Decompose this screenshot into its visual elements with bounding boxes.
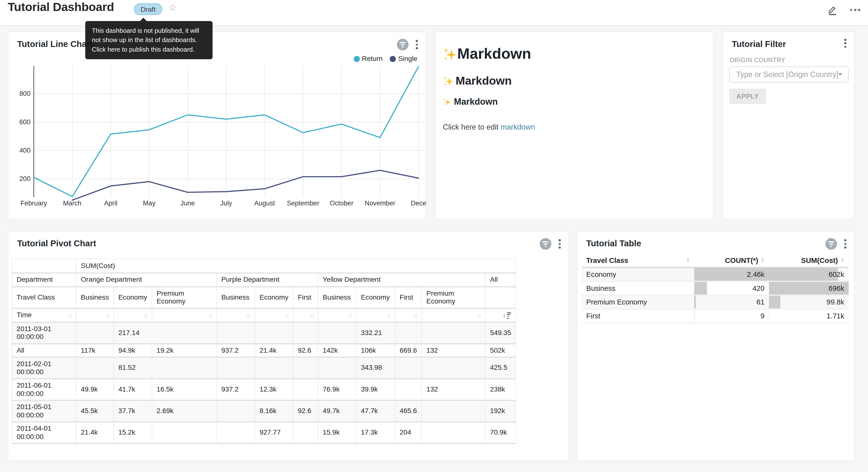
filter-indicator-icon[interactable]: [539, 238, 551, 250]
pivot-value-cell: 81.52: [114, 357, 152, 379]
filter-indicator-icon[interactable]: [826, 238, 837, 250]
pivot-chart-title: Tutorial Pivot Chart: [17, 239, 96, 249]
pivot-value-cell: [422, 422, 485, 443]
pivot-value-cell: [217, 422, 255, 443]
pivot-row-label: All: [12, 344, 76, 357]
pivot-sort-cell: ↓↑: [255, 308, 293, 322]
pivot-value-cell: 937.2: [217, 379, 255, 400]
sort-both-icon[interactable]: ↓↑: [246, 311, 250, 319]
kebab-menu-icon[interactable]: [557, 239, 563, 248]
pivot-value-cell: 238k: [485, 379, 516, 400]
pivot-value-cell: 425.5: [485, 357, 516, 379]
kebab-menu-icon[interactable]: [843, 239, 848, 248]
pivot-value-cell: [255, 357, 293, 379]
pivot-value-cell: [152, 357, 217, 379]
pivot-value-cell: [255, 322, 293, 344]
x-axis-tick-label: June: [181, 199, 195, 207]
pivot-sort-cell: ↓↑: [114, 308, 152, 322]
tooltip-text: This dashboard is not published, it will…: [92, 27, 199, 53]
pivot-value-cell: 94.9k: [114, 344, 152, 357]
pivot-value-cell: 49.7k: [318, 400, 356, 422]
kebab-menu-icon[interactable]: [843, 39, 848, 48]
pivot-row: All117k94.9k19.2k937.221.4k92.6142k106k6…: [12, 344, 516, 357]
pivot-value-cell: 45.5k: [76, 400, 114, 422]
pivot-travel-class-header: Economy: [114, 287, 152, 308]
travel-class-cell: Economy: [582, 268, 694, 282]
pivot-travel-class-label: Travel Class: [12, 287, 76, 308]
pivot-value-cell: 70.9k: [485, 422, 516, 443]
pivot-row-label: 2011-03-01 00:00:00: [12, 322, 76, 344]
pivot-value-cell: 106k: [356, 344, 395, 357]
status-badge[interactable]: Draft: [134, 3, 162, 15]
pivot-value-cell: [76, 357, 114, 379]
y-axis-tick-label: 200: [19, 175, 30, 182]
pivot-travel-class-header: Economy: [356, 287, 395, 308]
pivot-value-cell: [293, 422, 318, 443]
sort-both-icon[interactable]: ↓↑: [105, 311, 109, 319]
sort-both-icon[interactable]: ↓↑: [309, 311, 313, 319]
pivot-sort-cell: ↓↑: [217, 308, 255, 322]
sort-both-icon[interactable]: ↓↑: [285, 311, 288, 319]
pivot-value-cell: 76.9k: [318, 379, 356, 400]
sort-both-icon[interactable]: ↓↑: [477, 311, 481, 319]
y-axis-tick-label: 600: [19, 118, 30, 126]
pivot-value-cell: 502k: [485, 344, 516, 357]
panel-markdown: Markdown Markdown Markdown Click here to…: [435, 32, 714, 219]
column-header-travel-class[interactable]: Travel Class▲▼: [582, 254, 694, 268]
origin-country-label: ORIGIN COUNTRY: [730, 57, 785, 63]
y-axis-tick-label: 400: [19, 147, 30, 154]
pivot-value-cell: 21.4k: [255, 344, 293, 357]
sum-cost-cell: 99.8k: [769, 295, 849, 309]
x-axis-tick-label: November: [365, 199, 395, 207]
apply-button[interactable]: APPLY: [729, 89, 766, 104]
select-placeholder: Type or Select [Origin Country]: [736, 70, 838, 79]
pivot-value-cell: 47.7k: [356, 400, 395, 422]
pivot-sort-cell: ↓↑: [422, 308, 485, 322]
travel-class-cell: First: [582, 309, 694, 323]
x-axis-tick-label: April: [104, 199, 117, 207]
pivot-value-cell: 16.5k: [152, 379, 217, 400]
data-table: Travel Class▲▼COUNT(*)▲▼SUM(Cost)▲▼Econo…: [582, 254, 848, 323]
more-menu-icon[interactable]: [850, 5, 861, 15]
pivot-value-cell: 49.9k: [76, 379, 114, 400]
edit-markdown-link[interactable]: markdown: [500, 123, 535, 131]
sort-both-icon[interactable]: ↓↑: [386, 311, 390, 319]
favorite-star-icon[interactable]: ☆: [168, 2, 177, 14]
pivot-value-cell: [293, 322, 318, 344]
sort-desc-active-icon[interactable]: ↓: [503, 311, 511, 319]
column-header-sum-cost[interactable]: SUM(Cost)▲▼: [769, 254, 849, 268]
page-title: Tutorial Dashboard: [8, 0, 114, 14]
line-chart[interactable]: 200400600800FebruaryMarchAprilMayJuneJul…: [8, 32, 427, 220]
pivot-value-cell: [152, 322, 217, 344]
sort-both-icon[interactable]: ↓↑: [413, 311, 417, 319]
pivot-row: 2011-04-01 00:00:0021.4k15.2k927.7715.9k…: [12, 422, 516, 443]
pivot-sort-cell: ↓↑: [318, 308, 356, 322]
pivot-sort-cell: ↓↑: [76, 308, 114, 322]
sum-cost-cell: 1.71k: [769, 309, 849, 323]
pivot-value-cell: [76, 322, 114, 344]
x-axis-tick-label: Dece: [411, 199, 426, 207]
sort-both-icon[interactable]: ↓↑: [348, 311, 351, 319]
pivot-value-cell: 17.3k: [356, 422, 395, 443]
pivot-value-cell: [217, 322, 255, 344]
pivot-value-cell: [422, 400, 485, 422]
count-cell: 420: [694, 281, 769, 295]
sort-both-icon[interactable]: ↓↑: [143, 311, 147, 319]
sort-carets-icon: ▲▼: [841, 258, 844, 263]
sort-both-icon[interactable]: ↓↑: [208, 311, 212, 319]
column-header-count[interactable]: COUNT(*)▲▼: [694, 254, 769, 268]
pivot-value-cell: [217, 400, 255, 422]
sparkles-icon: [443, 76, 454, 86]
line-series-single[interactable]: [72, 170, 418, 200]
table-row: Premium Economy6199.8k: [582, 295, 848, 309]
pivot-sort-cell: ↓↑: [152, 308, 217, 322]
pivot-value-cell: 549.35: [485, 322, 516, 344]
sort-both-icon[interactable]: ↓↑: [67, 311, 71, 319]
table-row: Business420696k: [582, 281, 848, 295]
pivot-value-cell: 92.6: [293, 400, 318, 422]
panel-tutorial-pivot-chart: Tutorial Pivot Chart SUM(Cost)Department…: [8, 231, 569, 461]
panel-tutorial-filter: Tutorial Filter ORIGIN COUNTRY Type or S…: [722, 32, 855, 219]
pivot-travel-class-header: Business: [76, 287, 114, 308]
origin-country-select[interactable]: Type or Select [Origin Country]: [729, 66, 849, 83]
edit-dashboard-icon[interactable]: [827, 4, 838, 16]
